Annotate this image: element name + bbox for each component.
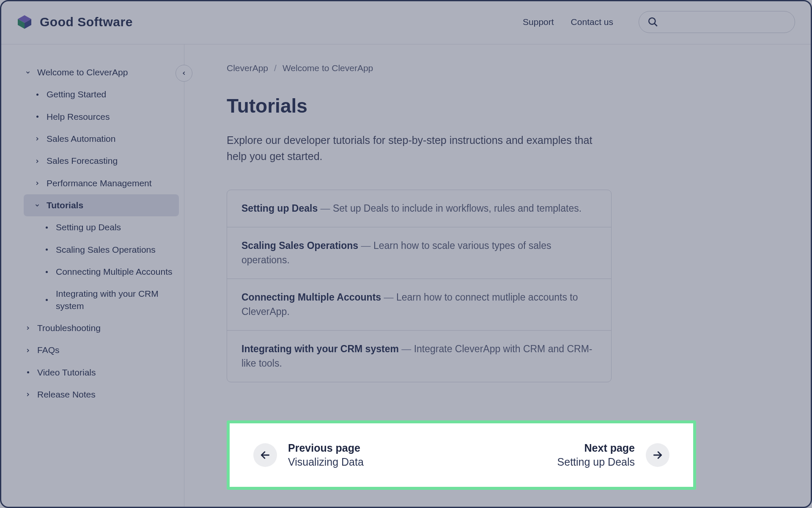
- sidebar-item-label: Performance Management: [47, 177, 176, 189]
- sidebar-item[interactable]: Integrating with your CRM system: [24, 283, 184, 317]
- header: Good Software Support Contact us: [0, 0, 812, 44]
- svg-point-3: [649, 18, 655, 24]
- sidebar-item-label: Connecting Multiple Accounts: [56, 266, 176, 278]
- page-title: Tutorials: [227, 94, 761, 117]
- bullet-icon: [42, 226, 51, 229]
- tutorial-row[interactable]: Setting up Deals — Set up Deals to inclu…: [227, 190, 611, 227]
- chevron-down-icon: [24, 69, 32, 75]
- sidebar-collapse-button[interactable]: [176, 65, 192, 82]
- breadcrumb-item[interactable]: CleverApp: [227, 63, 268, 73]
- sidebar-item-label: Release Notes: [37, 389, 176, 400]
- svg-line-4: [654, 23, 657, 26]
- bullet-icon: [33, 94, 41, 96]
- chevron-right-icon: [24, 325, 32, 331]
- sidebar-item[interactable]: Video Tutorials: [24, 362, 184, 384]
- next-title: Setting up Deals: [557, 456, 635, 468]
- logo-icon: [17, 14, 32, 30]
- arrow-left-icon: [253, 443, 277, 467]
- sidebar-item[interactable]: Release Notes: [24, 384, 184, 406]
- sidebar: Welcome to CleverAppGetting StartedHelp …: [0, 44, 184, 508]
- sidebar-item-label: Sales Automation: [47, 133, 176, 145]
- separator: —: [318, 203, 333, 214]
- chevron-right-icon: [33, 158, 41, 164]
- tutorial-row[interactable]: Scaling Sales Operations — Learn how to …: [227, 227, 611, 279]
- sidebar-item[interactable]: Welcome to CleverApp: [24, 61, 184, 83]
- tutorial-row[interactable]: Connecting Multiple Accounts — Learn how…: [227, 279, 611, 331]
- tutorial-title: Connecting Multiple Accounts: [241, 292, 381, 303]
- chevron-right-icon: [24, 348, 32, 353]
- sidebar-item[interactable]: Scaling Sales Operations: [24, 239, 184, 261]
- chevron-right-icon: [33, 180, 41, 186]
- previous-page-link[interactable]: Previous page Visualizing Data: [253, 442, 364, 468]
- sidebar-item[interactable]: Sales Forecasting: [24, 150, 184, 172]
- arrow-right-icon: [646, 443, 669, 467]
- sidebar-item-label: Sales Forecasting: [47, 155, 176, 167]
- header-link-support[interactable]: Support: [523, 17, 554, 27]
- sidebar-item-label: Integrating with your CRM system: [56, 288, 176, 312]
- bullet-icon: [42, 271, 51, 273]
- tutorial-description: Set up Deals to include in workflows, ru…: [333, 203, 582, 214]
- tutorial-list: Setting up Deals — Set up Deals to inclu…: [227, 190, 612, 382]
- sidebar-item-label: Getting Started: [47, 88, 176, 100]
- sidebar-item-label: Scaling Sales Operations: [56, 244, 176, 256]
- tutorial-title: Setting up Deals: [241, 203, 318, 214]
- next-page-link[interactable]: Next page Setting up Deals: [557, 442, 669, 468]
- chevron-right-icon: [24, 392, 32, 398]
- main-content: CleverApp / Welcome to CleverApp Tutoria…: [184, 44, 812, 508]
- sidebar-item-label: FAQs: [37, 344, 176, 356]
- sidebar-item-label: Welcome to CleverApp: [37, 66, 176, 78]
- sidebar-item[interactable]: Tutorials: [24, 194, 179, 216]
- page-lead: Explore our developer tutorials for step…: [227, 133, 595, 164]
- sidebar-item[interactable]: Help Resources: [24, 106, 184, 128]
- tutorial-row[interactable]: Integrating with your CRM system — Integ…: [227, 331, 611, 382]
- search-icon: [647, 17, 658, 28]
- sidebar-item[interactable]: Setting up Deals: [24, 216, 184, 238]
- bullet-icon: [42, 299, 51, 301]
- prev-label: Previous page: [288, 442, 364, 454]
- sidebar-item[interactable]: FAQs: [24, 339, 184, 361]
- prev-title: Visualizing Data: [288, 456, 364, 468]
- header-link-contact[interactable]: Contact us: [571, 17, 613, 27]
- sidebar-item-label: Setting up Deals: [56, 221, 176, 233]
- sidebar-item[interactable]: Troubleshooting: [24, 317, 184, 339]
- search-input[interactable]: [639, 11, 795, 33]
- chevron-right-icon: [33, 136, 41, 142]
- sidebar-item-label: Troubleshooting: [37, 322, 176, 334]
- sidebar-item[interactable]: Performance Management: [24, 172, 184, 194]
- tutorial-title: Scaling Sales Operations: [241, 240, 358, 251]
- chevron-down-icon: [33, 202, 41, 208]
- sidebar-item-label: Tutorials: [47, 199, 171, 211]
- separator: —: [358, 240, 373, 251]
- breadcrumb-separator: /: [274, 63, 277, 73]
- page-navigation: Previous page Visualizing Data Next page…: [227, 420, 696, 490]
- sidebar-item-label: Help Resources: [47, 111, 176, 123]
- brand[interactable]: Good Software: [17, 14, 133, 30]
- sidebar-item[interactable]: Connecting Multiple Accounts: [24, 261, 184, 283]
- breadcrumb: CleverApp / Welcome to CleverApp: [227, 63, 761, 73]
- bullet-icon: [42, 248, 51, 251]
- separator: —: [399, 343, 414, 354]
- tutorial-title: Integrating with your CRM system: [241, 343, 399, 354]
- sidebar-item-label: Video Tutorials: [37, 367, 176, 378]
- bullet-icon: [33, 116, 41, 118]
- breadcrumb-item[interactable]: Welcome to CleverApp: [283, 63, 373, 73]
- bullet-icon: [24, 371, 32, 373]
- sidebar-item[interactable]: Getting Started: [24, 83, 184, 105]
- next-label: Next page: [557, 442, 635, 454]
- brand-name: Good Software: [40, 15, 133, 29]
- sidebar-item[interactable]: Sales Automation: [24, 128, 184, 150]
- separator: —: [381, 292, 396, 303]
